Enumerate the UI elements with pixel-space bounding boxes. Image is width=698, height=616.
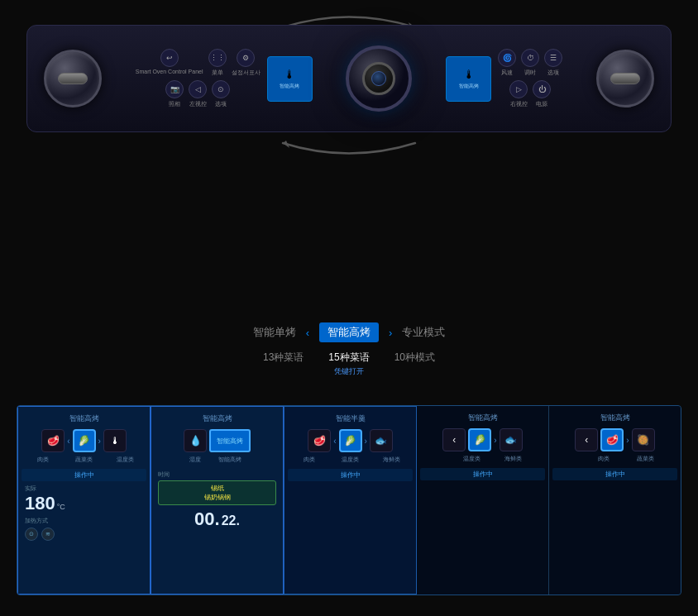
- sub-mode-15: 15种菜语 凭键打开: [328, 351, 369, 377]
- card-1-icon-1: 🥬: [73, 429, 96, 452]
- card-5-icon-2: 🥘: [632, 428, 655, 451]
- card-2-title: 智能高烤: [203, 413, 232, 424]
- fan-btn[interactable]: 🌀 风速: [498, 49, 516, 77]
- left-dial-knob[interactable]: [44, 50, 102, 107]
- card-1-title: 智能高烤: [69, 413, 99, 424]
- photo-btn[interactable]: 📷 照相: [165, 80, 184, 108]
- recipe-card-1[interactable]: 智能高烤 🥩 ‹ 🥬 › 🌡 肉类 蔬菜类 温度类 操作中 实际 180 °C …: [17, 406, 151, 595]
- control-panel: ↩ Smart Oven Control Panel ⋮⋮ 菜单 ⚙ 설정서표사…: [26, 25, 672, 132]
- card-2-icons: 💧 智能高烤: [184, 429, 251, 452]
- card-1-labels: 肉类 蔬菜类 温度类: [31, 456, 137, 464]
- camera-inner: [371, 71, 386, 86]
- card-4-title: 智能高烤: [468, 413, 498, 423]
- card-5-title: 智能高烤: [600, 413, 630, 423]
- recipe-card-3[interactable]: 智能半羹 🥩 ‹ 🥬 › 🐟 肉类 温度类 海鲜类 操作中: [284, 406, 417, 595]
- left-icon-group: ↩ Smart Oven Control Panel ⋮⋮ 菜单 ⚙ 설정서표사…: [136, 49, 261, 108]
- card-3-icon-2: 🐟: [370, 429, 393, 452]
- recipe-card-4[interactable]: 智能高烤 ‹ 🥬 › 🐟 温度类 海鲜类 操作中: [417, 406, 549, 595]
- card-3-icon-1: 🥬: [339, 429, 362, 452]
- right-tab-arrow: ›: [389, 327, 392, 339]
- right-dial-knob[interactable]: [596, 50, 654, 107]
- card-3-icon-0: 🥩: [308, 429, 331, 452]
- card-5-icon-1: 🥩: [600, 428, 624, 451]
- right-icon-group: 🌀 风速 ⏱ 调时 ☰ 选项 ▷ 右视控 ⏻: [498, 49, 562, 108]
- left-lcd-icon: 🌡: [284, 68, 295, 81]
- card-4-icon-1: 🥬: [468, 428, 491, 451]
- card-4-labels: 温度类 海鲜类: [441, 455, 524, 463]
- left-lcd-label: 智能高烤: [280, 83, 299, 90]
- right-lcd-label: 智能高烤: [459, 83, 479, 90]
- power-btn[interactable]: ⏻ 电源: [533, 80, 551, 108]
- left-view-btn[interactable]: ◁ 左视控: [189, 80, 207, 108]
- bottom-section: 智能单烤 ‹ 智能高烤 › 专业模式 13种菜语 15种菜语 凭键打开 10种模…: [0, 322, 698, 377]
- control-left-group: ↩ Smart Oven Control Panel ⋮⋮ 菜单 ⚙ 설정서표사…: [136, 49, 313, 108]
- card-5-labels: 肉类 蔬菜类: [573, 455, 657, 463]
- card-4-status: 操作中: [420, 468, 545, 480]
- card-2-icon-1: 智能高烤: [209, 429, 251, 452]
- right-dial-inner: [610, 73, 640, 84]
- card-3-icons: 🥩 ‹ 🥬 › 🐟: [308, 429, 393, 452]
- timer-btn[interactable]: ⏱ 调时: [521, 49, 539, 77]
- control-right-group: 🌡 智能高烤 🌀 风速 ⏱ 调时 ☰ 选项 ▷: [446, 49, 562, 108]
- recipe-cards-container: 智能高烤 🥩 ‹ 🥬 › 🌡 肉类 蔬菜类 温度类 操作中 实际 180 °C …: [17, 405, 681, 595]
- settings-btn[interactable]: ⚙ 설정서표사: [232, 49, 261, 77]
- right-lcd-screen[interactable]: 🌡 智能高烤: [446, 56, 491, 102]
- sub-mode-10: 10种模式: [394, 351, 435, 365]
- card-1-icons: 🥩 ‹ 🥬 › 🌡: [41, 429, 127, 452]
- card-3-labels: 肉类 温度类 海鲜类: [298, 456, 404, 464]
- back-btn[interactable]: ↩ Smart Oven Control Panel: [136, 49, 203, 77]
- card-1-status: 操作中: [22, 469, 146, 481]
- right-lcd-icon: 🌡: [463, 68, 475, 81]
- left-dial-inner: [58, 73, 88, 84]
- tab-single-roast[interactable]: 智能单烤: [253, 325, 296, 340]
- sub-modes: 13种菜语 15种菜语 凭键打开 10种模式: [263, 351, 435, 377]
- focus-btn[interactable]: ⊙ 选项: [212, 80, 230, 108]
- card-3-status: 操作中: [288, 469, 413, 481]
- tab-smart-high-roast[interactable]: 智能高烤: [319, 322, 379, 342]
- svg-marker-1: [283, 141, 289, 148]
- card-2-labels: 湿度 智能高烤: [184, 456, 251, 464]
- card-1-icon-2: 🌡: [103, 429, 127, 452]
- card-4-icons: ‹ 🥬 › 🐟: [442, 428, 522, 451]
- card-2-icon-0: 💧: [184, 429, 207, 452]
- camera-lens: [362, 62, 395, 95]
- right-view-btn[interactable]: ▷ 右视控: [509, 80, 528, 108]
- card-5-icon-0: ‹: [575, 428, 598, 451]
- card-1-heat-icons: ⊙ ≋: [25, 528, 143, 541]
- tab-pro-mode[interactable]: 专业模式: [402, 325, 445, 340]
- card-5-status: 操作中: [552, 468, 677, 480]
- recipe-card-2[interactable]: 智能高烤 💧 智能高烤 湿度 智能高烤 时间 锡纸锡奶锅钢 00. 22.: [151, 406, 284, 595]
- sub-mode-13: 13种菜语: [263, 351, 304, 365]
- right-settings-btn[interactable]: ☰ 选项: [544, 49, 562, 77]
- left-lcd-screen[interactable]: 🌡 智能高烤: [267, 56, 313, 102]
- card-5-icons: ‹ 🥩 › 🥘: [575, 428, 654, 451]
- mode-tabs: 智能单烤 ‹ 智能高烤 › 专业模式: [253, 322, 446, 342]
- card-4-icon-0: ‹: [442, 428, 466, 451]
- left-tab-arrow: ‹: [306, 327, 309, 339]
- recipe-card-5[interactable]: 智能高烤 ‹ 🥩 › 🥘 肉类 蔬菜类 操作中: [549, 406, 681, 595]
- card-4-icon-2: 🐟: [500, 428, 523, 451]
- card-3-title: 智能半羹: [336, 413, 366, 424]
- card-1-icon-0: 🥩: [41, 429, 65, 452]
- menu-btn[interactable]: ⋮⋮ 菜单: [208, 49, 227, 77]
- center-camera: [346, 45, 412, 112]
